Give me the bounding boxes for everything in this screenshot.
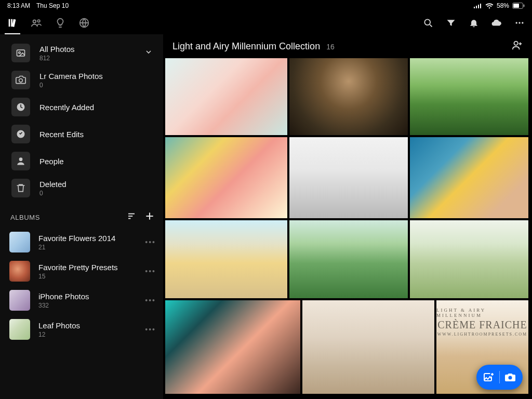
collection-count: 16 <box>326 43 335 51</box>
svg-point-10 <box>424 19 430 25</box>
album-label: Leaf Photos <box>38 321 80 330</box>
person-icon <box>11 152 30 170</box>
sidebar-item-lr-camera[interactable]: Lr Camera Photos 0 <box>9 66 158 94</box>
photo-tile[interactable] <box>165 300 300 394</box>
svg-point-8 <box>37 20 40 22</box>
svg-point-14 <box>522 22 523 23</box>
chevron-down-icon[interactable] <box>144 48 153 58</box>
status-time: 8:13 AM <box>7 2 30 9</box>
svg-line-11 <box>430 24 432 26</box>
add-photos-fab[interactable] <box>476 365 523 390</box>
status-bar: 8:13 AM Thu Sep 10 58% <box>0 0 532 11</box>
share-collection-button[interactable] <box>511 39 523 53</box>
image-icon <box>11 44 30 62</box>
svg-point-13 <box>518 22 520 23</box>
svg-rect-3 <box>480 4 481 8</box>
sidebar-item-count: 0 <box>39 82 103 89</box>
camera-icon <box>11 71 30 89</box>
sidebar-item-count: 0 <box>39 190 66 197</box>
main-panel: Light and Airy Millennium Collection 16 <box>163 34 532 399</box>
album-item[interactable]: Favorite Pretty Presets 15 ••• <box>0 257 163 286</box>
svg-point-7 <box>33 20 36 23</box>
add-image-icon <box>483 371 495 383</box>
active-tab-underline <box>5 33 20 34</box>
albums-header: ALBUMS <box>0 202 163 228</box>
battery-percent: 58% <box>497 2 509 9</box>
album-thumbnail <box>9 232 30 252</box>
photo-tile[interactable] <box>302 300 434 394</box>
sidebar-item-all-photos[interactable]: All Photos 812 <box>9 39 158 66</box>
album-thumbnail <box>9 261 30 282</box>
sidebar-item-label: Lr Camera Photos <box>39 72 103 81</box>
photo-tile[interactable] <box>289 220 408 298</box>
sidebar-item-count: 812 <box>39 55 75 62</box>
photo-tile[interactable] <box>165 220 287 298</box>
svg-point-12 <box>516 22 517 23</box>
photo-tile[interactable] <box>410 137 528 218</box>
photo-tile[interactable] <box>165 137 287 218</box>
camera-capture-icon[interactable] <box>504 371 516 383</box>
svg-rect-6 <box>524 5 525 7</box>
sidebar-item-recent-edits[interactable]: Recent Edits <box>9 121 158 148</box>
album-more-button[interactable]: ••• <box>145 296 156 304</box>
svg-rect-0 <box>474 7 475 8</box>
preset-banner-title: CRÈME FRAICHE <box>437 319 527 331</box>
album-count: 21 <box>38 244 115 251</box>
more-button[interactable] <box>510 14 529 32</box>
albums-title: ALBUMS <box>10 214 40 221</box>
album-more-button[interactable]: ••• <box>145 267 156 275</box>
trash-icon <box>11 179 30 197</box>
photo-tile[interactable] <box>410 58 528 135</box>
sidebar-item-recently-added[interactable]: Recently Added <box>9 94 158 121</box>
album-label: Favorite Flowers 2014 <box>38 234 115 243</box>
album-thumbnail <box>9 290 30 311</box>
svg-point-16 <box>19 52 20 54</box>
cloud-sync-button[interactable] <box>487 14 506 32</box>
sidebar-item-label: People <box>39 157 64 166</box>
photo-tile[interactable] <box>165 58 287 135</box>
preset-banner-url: WWW.LIGHTROOMPRESETS.COM <box>437 332 527 337</box>
album-more-button[interactable]: ••• <box>145 325 156 334</box>
sidebar-item-deleted[interactable]: Deleted 0 <box>9 175 158 202</box>
collection-title: Light and Airy Millennium Collection <box>172 41 320 52</box>
album-item[interactable]: Favorite Flowers 2014 21 ••• <box>0 228 163 257</box>
top-toolbar <box>0 11 532 34</box>
sidebar-item-label: Recently Added <box>39 103 94 112</box>
status-date: Thu Sep 10 <box>36 2 69 9</box>
svg-point-17 <box>19 79 23 83</box>
search-button[interactable] <box>419 14 437 32</box>
tab-shared[interactable] <box>26 12 47 33</box>
svg-rect-5 <box>513 4 519 8</box>
add-album-button[interactable] <box>144 211 155 223</box>
album-more-button[interactable]: ••• <box>145 238 156 246</box>
sidebar-item-label: All Photos <box>39 45 75 54</box>
photo-tile[interactable] <box>289 58 408 135</box>
sidebar-item-label: Deleted <box>39 180 66 189</box>
wifi-icon <box>485 3 494 9</box>
tab-learn[interactable] <box>50 12 71 33</box>
album-count: 15 <box>38 273 118 280</box>
sort-albums-button[interactable] <box>127 211 136 223</box>
album-label: iPhone Photos <box>38 292 89 301</box>
album-thumbnail <box>9 319 30 340</box>
svg-point-20 <box>19 157 23 161</box>
album-item[interactable]: Leaf Photos 12 ••• <box>0 315 163 344</box>
clock-icon <box>11 98 30 116</box>
tab-discover[interactable] <box>74 12 95 33</box>
collection-header: Light and Airy Millennium Collection 16 <box>163 34 532 58</box>
signal-icon <box>474 3 482 8</box>
svg-point-33 <box>509 376 512 380</box>
svg-rect-1 <box>476 6 477 8</box>
notifications-button[interactable] <box>464 14 483 32</box>
photo-tile[interactable] <box>289 137 408 218</box>
filter-button[interactable] <box>442 14 460 32</box>
sidebar-item-people[interactable]: People <box>9 148 158 175</box>
edit-clock-icon <box>11 125 30 143</box>
album-item[interactable]: iPhone Photos 332 ••• <box>0 286 163 315</box>
photo-grid: LIGHT & AIRY MILLENNIUM CRÈME FRAICHE WW… <box>163 58 532 399</box>
preset-banner-kicker: LIGHT & AIRY MILLENNIUM <box>436 308 528 318</box>
album-count: 332 <box>38 302 89 309</box>
battery-icon <box>512 3 525 9</box>
tab-library[interactable] <box>2 12 23 33</box>
photo-tile[interactable] <box>410 220 528 298</box>
